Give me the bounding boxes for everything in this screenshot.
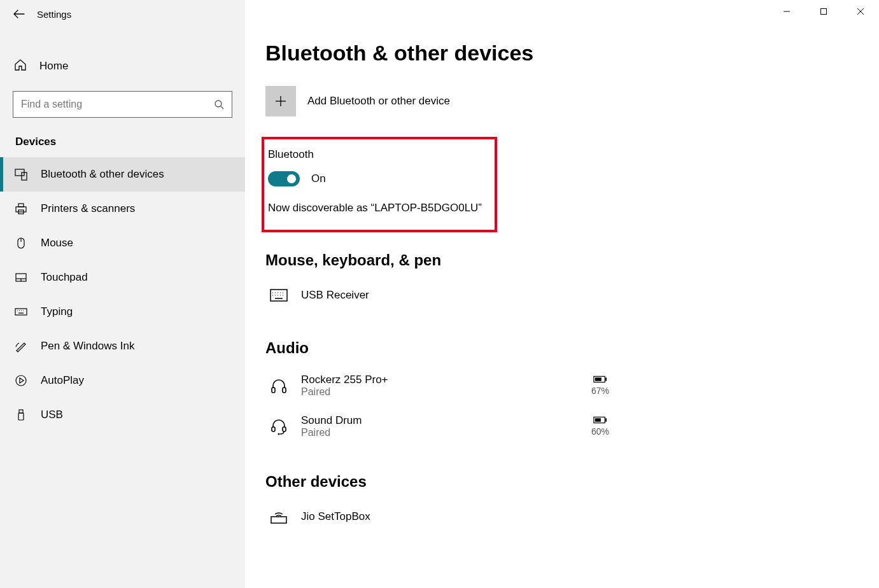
maximize-icon: [820, 8, 827, 15]
headset-icon: [269, 417, 288, 436]
search-input[interactable]: [21, 99, 214, 110]
add-device-label: Add Bluetooth or other device: [307, 95, 450, 108]
plus-icon: [274, 94, 288, 108]
close-button[interactable]: [842, 0, 879, 23]
svg-rect-43: [605, 377, 607, 381]
keyboard-icon: [269, 286, 288, 305]
touchpad-icon: [14, 270, 28, 284]
mouse-icon: [14, 236, 28, 250]
minimize-button[interactable]: [768, 0, 805, 23]
home-icon: [14, 59, 27, 73]
sidebar-item-label: Bluetooth & other devices: [41, 168, 164, 181]
group-heading: Mouse, keyboard, & pen: [265, 251, 854, 269]
bluetooth-state-label: On: [311, 172, 326, 185]
sidebar-item-usb[interactable]: USB: [0, 398, 245, 432]
svg-rect-22: [821, 9, 827, 15]
group-heading: Other devices: [265, 473, 854, 491]
sidebar-section-label: Devices: [0, 129, 245, 157]
add-device-button[interactable]: [265, 86, 296, 116]
sidebar-item-printers[interactable]: Printers & scanners: [0, 192, 245, 226]
sidebar-item-label: Touchpad: [41, 271, 88, 284]
svg-rect-5: [18, 204, 24, 207]
device-status: Paired: [301, 386, 579, 398]
battery-icon: [593, 416, 607, 424]
device-battery: 67%: [591, 375, 609, 396]
device-name: Jio SetTopBox: [301, 510, 609, 523]
battery-percent: 67%: [591, 386, 609, 396]
svg-rect-48: [595, 418, 601, 422]
svg-point-0: [215, 101, 222, 107]
search-icon: [214, 99, 224, 109]
sidebar-item-mouse[interactable]: Mouse: [0, 226, 245, 260]
device-item[interactable]: Jio SetTopBox: [265, 502, 609, 538]
search-box[interactable]: [13, 91, 232, 118]
svg-rect-39: [272, 388, 275, 393]
device-name: Rockerz 255 Pro+: [301, 374, 579, 386]
svg-rect-42: [595, 377, 601, 381]
sidebar-home[interactable]: Home: [0, 51, 245, 81]
sidebar-item-bluetooth-devices[interactable]: Bluetooth & other devices: [0, 157, 245, 192]
main-content: Bluetooth & other devices Add Bluetooth …: [245, 0, 879, 588]
add-device-row[interactable]: Add Bluetooth or other device: [265, 86, 854, 116]
bluetooth-label: Bluetooth: [268, 148, 483, 161]
sidebar-item-typing[interactable]: Typing: [0, 295, 245, 329]
group-heading: Audio: [265, 339, 854, 357]
device-item[interactable]: Rockerz 255 Pro+ Paired 67%: [265, 368, 609, 409]
svg-rect-12: [15, 309, 27, 315]
svg-line-1: [221, 106, 223, 109]
sidebar: Settings Home Devices Bluetooth & other …: [0, 0, 245, 588]
sidebar-nav-list: Bluetooth & other devices Printers & sca…: [0, 157, 245, 432]
svg-rect-20: [18, 413, 24, 420]
bluetooth-discoverable-text: Now discoverable as “LAPTOP-B5DGO0LU”: [268, 202, 483, 214]
svg-rect-44: [272, 427, 275, 431]
svg-rect-50: [271, 517, 286, 523]
device-name: Sound Drum: [301, 414, 579, 427]
device-item[interactable]: Sound Drum Paired 60%: [265, 409, 609, 450]
sidebar-item-label: Mouse: [41, 237, 73, 249]
close-icon: [857, 8, 864, 15]
svg-rect-19: [19, 410, 23, 413]
usb-icon: [14, 408, 28, 422]
bluetooth-highlight-box: Bluetooth On Now discoverable as “LAPTOP…: [262, 137, 497, 232]
sidebar-item-autoplay[interactable]: AutoPlay: [0, 363, 245, 398]
back-button[interactable]: [13, 8, 25, 20]
svg-rect-40: [283, 388, 286, 393]
svg-rect-49: [605, 418, 607, 422]
sidebar-header: Settings: [0, 5, 245, 28]
sidebar-item-label: Pen & Windows Ink: [41, 340, 134, 353]
sidebar-item-label: USB: [41, 409, 63, 421]
sidebar-item-label: Typing: [41, 305, 73, 318]
pen-icon: [14, 339, 28, 353]
device-status: Paired: [301, 427, 579, 438]
minimize-icon: [783, 8, 791, 15]
svg-rect-4: [16, 207, 26, 212]
battery-percent: 60%: [591, 426, 609, 437]
maximize-button[interactable]: [805, 0, 842, 23]
bluetooth-toggle-row: On: [268, 171, 483, 186]
sidebar-item-pen[interactable]: Pen & Windows Ink: [0, 329, 245, 363]
device-item[interactable]: USB Receiver: [265, 281, 609, 316]
keyboard-icon: [14, 305, 28, 319]
page-title: Bluetooth & other devices: [265, 41, 854, 66]
home-label: Home: [39, 60, 68, 73]
window-title: Settings: [37, 9, 71, 20]
bluetooth-devices-icon: [14, 167, 28, 181]
headphones-icon: [269, 376, 288, 395]
device-name: USB Receiver: [301, 289, 609, 302]
autoplay-icon: [14, 374, 28, 388]
svg-rect-45: [283, 427, 286, 431]
window-controls: [768, 0, 879, 23]
back-icon: [13, 10, 25, 18]
bluetooth-toggle[interactable]: [268, 171, 300, 186]
device-battery: 60%: [591, 416, 609, 437]
sidebar-item-label: AutoPlay: [41, 374, 84, 387]
battery-icon: [593, 375, 607, 383]
svg-point-18: [16, 375, 26, 386]
printer-icon: [14, 202, 28, 216]
svg-point-46: [278, 433, 280, 435]
settop-icon: [269, 507, 288, 526]
sidebar-item-touchpad[interactable]: Touchpad: [0, 260, 245, 295]
sidebar-item-label: Printers & scanners: [41, 202, 135, 215]
